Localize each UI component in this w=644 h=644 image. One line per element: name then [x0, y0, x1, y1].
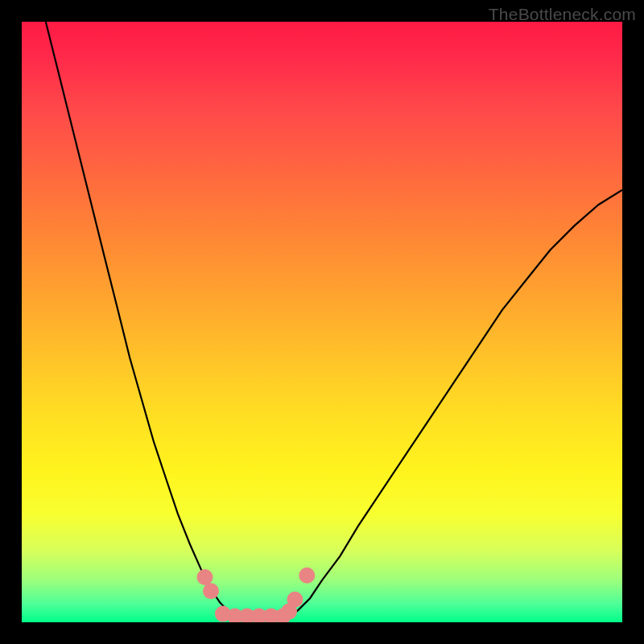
left-branch-curve — [46, 22, 238, 619]
marker-dot — [287, 592, 303, 608]
marker-dot — [203, 583, 219, 599]
chart-frame: TheBottleneck.com — [0, 0, 644, 644]
plot-area — [22, 22, 622, 622]
bottom-marker-group — [197, 568, 316, 622]
right-branch-curve — [286, 190, 622, 619]
watermark-text: TheBottleneck.com — [489, 5, 636, 24]
curve-layer — [22, 22, 622, 622]
marker-dot — [197, 569, 213, 585]
marker-dot — [299, 568, 315, 584]
